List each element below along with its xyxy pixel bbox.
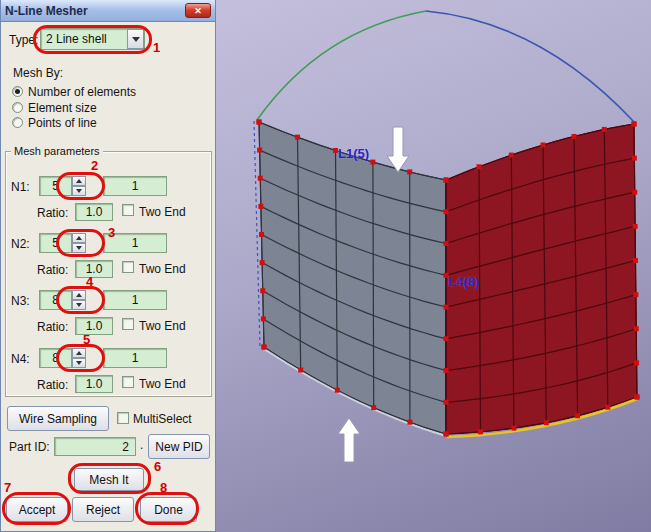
n2-label: N2: (11, 237, 30, 251)
annotation-step-number-8: 8 (160, 480, 167, 495)
n3-spin-field[interactable]: 8 (39, 290, 72, 310)
mesh-it-button[interactable]: Mesh It (74, 468, 144, 491)
spin-down-icon[interactable] (72, 358, 86, 368)
viewport-3d[interactable]: L1(5) L4(8) (216, 0, 651, 532)
n4-ratio-label: Ratio: (37, 378, 68, 392)
spin-up-icon[interactable] (72, 176, 86, 186)
reject-button[interactable]: Reject (72, 497, 134, 522)
spin-up-icon[interactable] (72, 348, 86, 358)
done-button[interactable]: Done (140, 497, 197, 522)
n3-spinner[interactable] (72, 290, 86, 310)
n2-ratio-label: Ratio: (37, 263, 68, 277)
part-id-label: Part ID: (9, 440, 50, 454)
part-id-dot: . (140, 438, 143, 452)
n1-two-end-checkbox[interactable] (122, 204, 134, 216)
close-button[interactable]: ✕ (185, 3, 211, 18)
n1-label: N1: (11, 180, 30, 194)
n2-two-end-label: Two End (139, 262, 186, 276)
mesh-parameters-group-label: Mesh parameters (11, 145, 103, 157)
n3-count-field[interactable]: 1 (103, 290, 167, 310)
radio-number-of-elements[interactable] (12, 86, 23, 97)
radio-element-size-label: Element size (28, 101, 97, 115)
n4-label: N4: (11, 352, 30, 366)
spin-down-icon[interactable] (72, 300, 86, 310)
multiselect-label: MultiSelect (133, 412, 192, 426)
screen: L1(5) L4(8) N-Line Mesher ✕ Type: 2 Line… (0, 0, 651, 532)
n4-ratio-field[interactable]: 1.0 (75, 375, 113, 393)
annotation-step-number-1: 1 (153, 40, 160, 55)
n2-two-end-checkbox[interactable] (122, 261, 134, 273)
radio-points-of-line-label: Points of line (28, 116, 97, 130)
edge-label-l1: L1(5) (338, 146, 369, 161)
dialog-title: N-Line Mesher (5, 4, 185, 18)
n3-ratio-field[interactable]: 1.0 (75, 317, 113, 335)
n3-two-end-checkbox[interactable] (122, 318, 134, 330)
n1-spinner[interactable] (72, 176, 86, 196)
type-label: Type: (9, 33, 38, 47)
n2-spin-field[interactable]: 5 (39, 233, 72, 253)
n4-spinner[interactable] (72, 348, 86, 368)
mesh-canvas (216, 0, 651, 532)
radio-number-of-elements-label: Number of elements (28, 85, 136, 99)
spin-down-icon[interactable] (72, 186, 86, 196)
wire-sampling-button[interactable]: Wire Sampling (7, 406, 109, 431)
radio-points-of-line[interactable] (12, 117, 23, 128)
n4-two-end-label: Two End (139, 377, 186, 391)
n2-spinner[interactable] (72, 233, 86, 253)
mesh-by-label: Mesh By: (13, 66, 63, 80)
n1-ratio-field[interactable]: 1.0 (75, 203, 113, 221)
n1-spin-field[interactable]: 5 (39, 176, 72, 196)
n3-ratio-label: Ratio: (37, 320, 68, 334)
close-icon: ✕ (194, 6, 202, 16)
combo-dropdown-icon[interactable] (127, 29, 144, 49)
part-id-field[interactable]: 2 (54, 437, 136, 456)
spin-down-icon[interactable] (72, 243, 86, 253)
edge-label-l4: L4(8) (448, 274, 479, 289)
spin-up-icon[interactable] (72, 290, 86, 300)
accept-button[interactable]: Accept (6, 497, 68, 522)
n2-ratio-field[interactable]: 1.0 (75, 260, 113, 278)
radio-element-size[interactable] (12, 102, 23, 113)
n1-count-field[interactable]: 1 (103, 176, 167, 196)
n3-label: N3: (11, 294, 30, 308)
n4-spin-field[interactable]: 8 (39, 348, 72, 368)
n4-count-field[interactable]: 1 (103, 348, 167, 368)
dialog-titlebar[interactable]: N-Line Mesher ✕ (1, 0, 215, 22)
annotation-step-number-6: 6 (154, 459, 161, 474)
n3-two-end-label: Two End (139, 319, 186, 333)
n1-ratio-label: Ratio: (37, 206, 68, 220)
new-pid-button[interactable]: New PID (148, 434, 210, 459)
n4-two-end-checkbox[interactable] (122, 376, 134, 388)
n1-two-end-label: Two End (139, 205, 186, 219)
multiselect-checkbox[interactable] (117, 412, 129, 424)
n-line-mesher-dialog: N-Line Mesher ✕ Type: 2 Line shell Mesh … (0, 0, 216, 532)
n2-count-field[interactable]: 1 (103, 233, 167, 253)
annotation-step-number-7: 7 (4, 480, 11, 495)
spin-up-icon[interactable] (72, 233, 86, 243)
